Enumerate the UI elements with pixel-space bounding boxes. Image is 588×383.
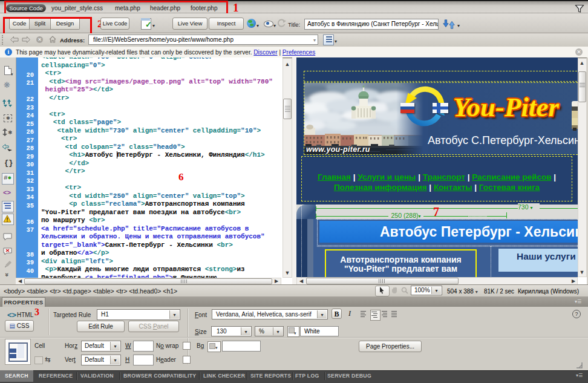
svg-text:✱: ✱ bbox=[8, 129, 12, 136]
